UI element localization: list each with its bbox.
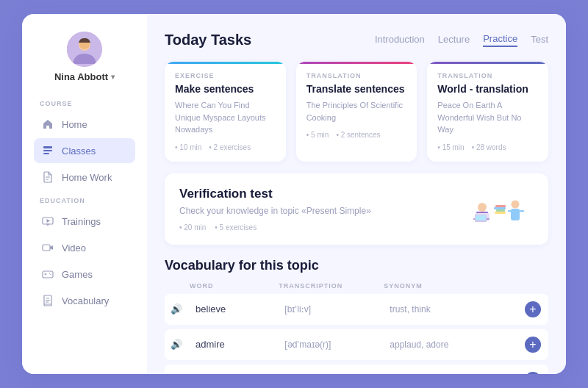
svg-rect-5 <box>43 153 49 154</box>
svg-rect-25 <box>476 212 488 213</box>
card-meta-translate: • 5 min • 2 sentences <box>306 131 407 139</box>
classes-icon <box>41 144 54 157</box>
app-container: Nina Abbott ▾ COURSE Home <box>22 14 566 374</box>
col-word: WORD <box>190 282 279 294</box>
home-icon <box>41 118 54 131</box>
card-desc-translate: The Principles Of Scientific Cooking <box>306 99 407 123</box>
education-label: EDUCATION <box>34 197 135 204</box>
vocab-row-believe: 🔊 believe [bɪˈliːv] trust, think + <box>165 294 548 325</box>
chevron-down-icon: ▾ <box>111 73 115 81</box>
tab-introduction[interactable]: Introduction <box>375 34 425 46</box>
card-meta-time-world: • 15 min <box>437 143 464 151</box>
avatar-section: Nina Abbott ▾ <box>54 32 115 82</box>
vocabulary-header: WORD TRANSCRIPTION SYNONYM <box>165 282 548 294</box>
video-icon <box>41 241 54 254</box>
sidebar-item-classes[interactable]: Classes <box>34 138 135 163</box>
svg-rect-32 <box>508 210 512 212</box>
svg-rect-31 <box>511 209 520 220</box>
vocabulary-table: WORD TRANSCRIPTION SYNONYM 🔊 believe [bɪ… <box>165 282 548 375</box>
tab-lecture[interactable]: Lecture <box>438 34 470 46</box>
add-button-hereditary[interactable]: + <box>525 372 541 375</box>
tab-navigation: Introduction Lecture Practice Test <box>375 33 548 47</box>
transcription-admire: [ədˈmaɪə(r)] <box>279 329 384 360</box>
page-title: Today Tasks <box>165 32 251 48</box>
svg-rect-29 <box>495 212 506 214</box>
svg-rect-14 <box>43 271 53 278</box>
word-admire: admire <box>190 329 279 360</box>
synonym-hereditary: genetic, inborn <box>384 364 500 375</box>
svg-point-17 <box>49 273 50 273</box>
card-type-world: Translation <box>437 72 538 79</box>
course-label: COURSE <box>34 100 135 107</box>
verification-time: • 20 min <box>179 223 206 231</box>
svg-marker-11 <box>47 219 51 223</box>
sidebar-item-games[interactable]: Games <box>34 262 135 287</box>
trainings-icon <box>41 215 54 228</box>
tab-practice[interactable]: Practice <box>483 33 517 47</box>
task-card-exercise[interactable]: Exercise Make sentences Where Can You Fi… <box>165 62 286 162</box>
svg-rect-36 <box>476 215 486 220</box>
add-button-admire[interactable]: + <box>525 337 541 353</box>
card-desc-world: Peace On Earth A Wonderful Wish But No W… <box>437 99 538 136</box>
card-title-translate: Translate sentences <box>306 83 407 95</box>
sound-icon-admire[interactable]: 🔊 <box>171 339 182 350</box>
sidebar: Nina Abbott ▾ COURSE Home <box>22 14 147 374</box>
svg-point-24 <box>478 203 487 212</box>
verification-meta: • 20 min • 5 exercises <box>179 223 371 231</box>
svg-rect-27 <box>494 207 506 209</box>
homework-icon <box>41 170 54 184</box>
transcription-believe: [bɪˈliːv] <box>279 294 384 325</box>
verification-desc: Check your knowledge in topic «Present S… <box>179 206 371 216</box>
vocabulary-icon <box>41 294 54 307</box>
vocab-row-admire: 🔊 admire [ədˈmaɪə(r)] applaud, adore + <box>165 329 548 360</box>
svg-rect-33 <box>520 210 524 212</box>
sound-icon-believe[interactable]: 🔊 <box>171 303 182 315</box>
card-meta-exercise: • 10 min • 2 exercises <box>175 143 276 151</box>
card-title-exercise: Make sentences <box>175 83 276 95</box>
games-icon <box>41 267 54 281</box>
task-card-translate[interactable]: Translation Translate sentences The Prin… <box>296 62 417 162</box>
sidebar-item-vocabulary[interactable]: Vocabulary <box>34 288 135 313</box>
synonym-believe: trust, think <box>384 294 500 325</box>
course-section: COURSE Home Classes <box>22 100 147 191</box>
svg-rect-26 <box>495 205 506 207</box>
main-header: Today Tasks Introduction Lecture Practic… <box>165 32 548 48</box>
svg-rect-4 <box>43 150 52 151</box>
add-button-believe[interactable]: + <box>525 301 541 317</box>
card-meta-time-exercise: • 10 min <box>175 143 201 151</box>
card-meta-words: • 28 words <box>472 143 506 151</box>
card-meta-time-translate: • 5 min <box>306 131 329 139</box>
card-meta-world: • 15 min • 28 words <box>437 143 538 151</box>
verification-title: Verification test <box>179 187 371 201</box>
card-type-exercise: Exercise <box>175 72 276 79</box>
transcription-hereditary: [hɪˈredɪtərɪ] <box>279 364 384 375</box>
sidebar-item-video[interactable]: Video <box>34 235 135 260</box>
task-card-world[interactable]: Translation World - translation Peace On… <box>427 62 548 162</box>
card-meta-exercises: • 2 exercises <box>209 143 251 151</box>
svg-rect-3 <box>43 146 52 148</box>
sidebar-item-trainings[interactable]: Trainings <box>34 209 135 234</box>
word-hereditary: hereditary <box>190 364 279 375</box>
card-desc-exercise: Where Can You Find Unique Myspace Layout… <box>175 99 276 136</box>
verification-exercises: • 5 exercises <box>215 223 257 231</box>
tab-test[interactable]: Test <box>531 34 548 46</box>
svg-point-30 <box>512 201 520 209</box>
synonym-admire: applaud, adore <box>384 329 500 360</box>
sidebar-item-home[interactable]: Home <box>34 112 135 137</box>
card-meta-sentences: • 2 sentences <box>336 131 380 139</box>
verification-card[interactable]: Verification test Check your knowledge i… <box>165 173 548 245</box>
card-title-world: World - translation <box>437 83 538 95</box>
svg-rect-12 <box>43 245 50 251</box>
sidebar-item-homework[interactable]: Home Work <box>34 165 135 190</box>
education-section: EDUCATION Trainings <box>22 197 147 315</box>
verification-left: Verification test Check your knowledge i… <box>179 187 371 231</box>
user-name[interactable]: Nina Abbott ▾ <box>54 71 115 82</box>
vocabulary-section: Vocabulary for this topic WORD TRANSCRIP… <box>165 258 548 375</box>
card-type-translate: Translation <box>306 72 407 79</box>
col-synonym: SYNONYM <box>384 282 500 294</box>
svg-point-18 <box>50 274 51 275</box>
avatar <box>67 32 102 67</box>
verification-illustration <box>467 187 534 231</box>
word-believe: believe <box>190 294 279 325</box>
vocabulary-title: Vocabulary for this topic <box>165 258 548 273</box>
